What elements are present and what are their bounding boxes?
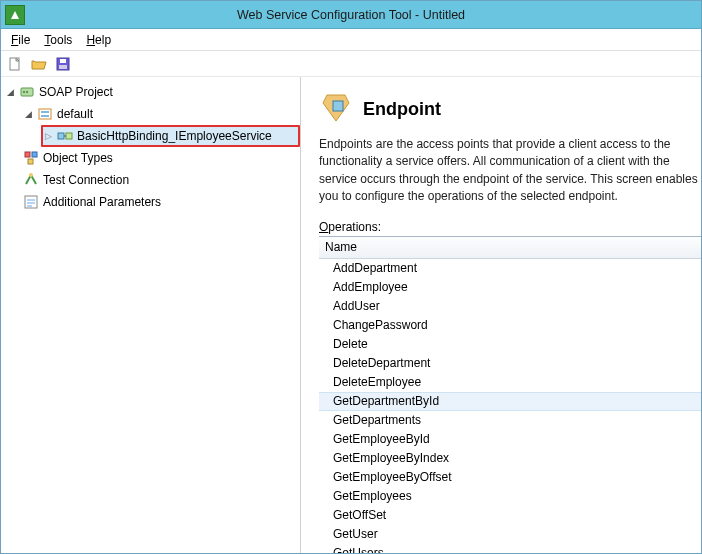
tree-label: Test Connection [43, 173, 129, 187]
open-button[interactable] [29, 54, 49, 74]
svg-rect-15 [28, 159, 33, 164]
endpoint-description: Endpoints are the access points that pro… [319, 136, 701, 206]
svg-rect-11 [66, 133, 72, 139]
operation-row[interactable]: AddEmployee [319, 278, 701, 297]
operation-row[interactable]: GetOffSet [319, 506, 701, 525]
new-button[interactable] [5, 54, 25, 74]
operation-row[interactable]: GetEmployees [319, 487, 701, 506]
operation-row[interactable]: ChangePassword [319, 316, 701, 335]
operation-row[interactable]: AddDepartment [319, 259, 701, 278]
titlebar: Web Service Configuration Tool - Untitle… [1, 1, 701, 29]
endpoint-icon [57, 128, 73, 144]
save-button[interactable] [53, 54, 73, 74]
svg-rect-13 [25, 152, 30, 157]
endpoint-big-icon [319, 91, 353, 128]
svg-rect-8 [41, 111, 49, 113]
operation-row[interactable]: DeleteEmployee [319, 373, 701, 392]
tree-binding-selected[interactable]: ▷ BasicHttpBinding_IEmployeeService [41, 125, 300, 147]
menubar: File Tools Help [1, 29, 701, 51]
svg-rect-14 [32, 152, 37, 157]
app-icon [5, 5, 25, 25]
svg-rect-22 [333, 101, 343, 111]
menu-file[interactable]: File [5, 31, 36, 49]
svg-rect-2 [60, 59, 66, 63]
additional-params-icon [23, 194, 39, 210]
menu-tools[interactable]: Tools [38, 31, 78, 49]
tree-object-types[interactable]: Object Types [1, 147, 300, 169]
operation-row[interactable]: GetEmployeeByOffset [319, 468, 701, 487]
svg-point-16 [29, 173, 33, 177]
operation-row[interactable]: GetDepartmentById [319, 392, 701, 411]
object-types-icon [23, 150, 39, 166]
expander-icon[interactable]: ◢ [5, 87, 15, 97]
operation-row[interactable]: GetUsers [319, 544, 701, 553]
tree-label: Object Types [43, 151, 113, 165]
expander-icon[interactable]: ▷ [43, 131, 53, 141]
operation-row[interactable]: AddUser [319, 297, 701, 316]
operation-row[interactable]: Delete [319, 335, 701, 354]
svg-point-6 [26, 91, 28, 93]
operation-row[interactable]: DeleteDepartment [319, 354, 701, 373]
operations-header-name[interactable]: Name [319, 237, 701, 259]
operation-row[interactable]: GetEmployeeByIndex [319, 449, 701, 468]
svg-point-5 [23, 91, 25, 93]
menu-help[interactable]: Help [80, 31, 117, 49]
service-icon [37, 106, 53, 122]
operation-row[interactable]: GetDepartments [319, 411, 701, 430]
svg-rect-3 [59, 65, 67, 69]
svg-rect-10 [58, 133, 64, 139]
tree-label: SOAP Project [39, 85, 113, 99]
window-title: Web Service Configuration Tool - Untitle… [237, 8, 465, 22]
tree-label: Additional Parameters [43, 195, 161, 209]
svg-rect-9 [41, 115, 49, 117]
operation-row[interactable]: GetEmployeeById [319, 430, 701, 449]
tree-default[interactable]: ◢ default [1, 103, 300, 125]
detail-pane: Endpoint Endpoints are the access points… [301, 77, 701, 553]
tree-additional-params[interactable]: Additional Parameters [1, 191, 300, 213]
tree-view[interactable]: ◢ SOAP Project ◢ default ▷ BasicHttpBind… [1, 77, 301, 553]
soap-project-icon [19, 84, 35, 100]
test-connection-icon [23, 172, 39, 188]
endpoint-title: Endpoint [363, 99, 441, 120]
svg-rect-7 [39, 109, 51, 119]
operations-table[interactable]: Name AddDepartmentAddEmployeeAddUserChan… [319, 236, 701, 553]
tree-label: BasicHttpBinding_IEmployeeService [77, 129, 272, 143]
operation-row[interactable]: GetUser [319, 525, 701, 544]
tree-test-connection[interactable]: Test Connection [1, 169, 300, 191]
operations-label: Operations: [319, 220, 701, 234]
tree-root[interactable]: ◢ SOAP Project [1, 81, 300, 103]
toolbar [1, 51, 701, 77]
tree-label: default [57, 107, 93, 121]
expander-icon[interactable]: ◢ [23, 109, 33, 119]
